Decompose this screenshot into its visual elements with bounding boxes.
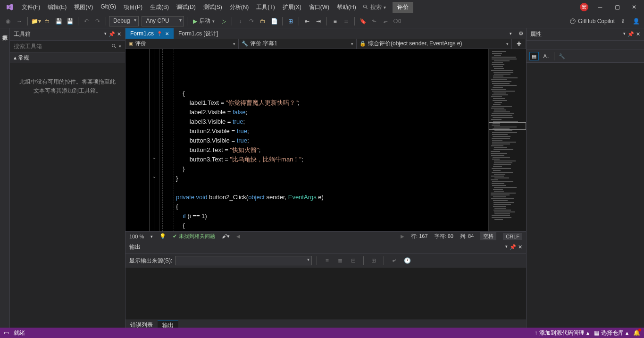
browse-button[interactable]: 🗀	[258, 16, 268, 26]
pin-icon[interactable]: 📍	[157, 31, 162, 36]
properties-icon[interactable]: 🔧	[557, 52, 567, 60]
nav-forward-button[interactable]: →	[14, 16, 25, 26]
menu-项目P[interactable]: 项目(P)	[120, 1, 146, 13]
menu-工具T[interactable]: 工具(T)	[252, 1, 278, 13]
indent-left-icon[interactable]: ⇤	[302, 16, 312, 26]
datasource-tab[interactable]: 数据源	[0, 28, 10, 330]
menu-窗口W[interactable]: 窗口(W)	[305, 1, 333, 13]
insert-mode[interactable]: 空格	[480, 232, 496, 240]
alphabetical-button[interactable]: A↓	[542, 52, 551, 60]
bookmark-clear-icon[interactable]: ⌫	[392, 16, 402, 26]
categorized-button[interactable]: ▦	[529, 52, 539, 60]
menu-调试D[interactable]: 调试(D)	[173, 1, 200, 13]
line-indicator[interactable]: 行: 167	[411, 233, 427, 240]
menu-帮助H[interactable]: 帮助(H)	[333, 1, 360, 13]
line-ending[interactable]: CRLF	[503, 233, 522, 240]
no-issues-status[interactable]: ✔未找到相关问题	[173, 233, 215, 240]
open-button[interactable]: 🗀	[42, 16, 52, 26]
share-button[interactable]: ⇪	[618, 16, 628, 26]
settings-gear-icon[interactable]: ⚙	[516, 28, 526, 39]
indent2-icon[interactable]: ≣	[335, 255, 345, 266]
close-icon[interactable]: ✕	[117, 31, 121, 37]
nav-back-button[interactable]: ◉	[3, 16, 13, 26]
lightbulb-icon[interactable]: 💡	[159, 233, 166, 239]
comment-out-icon[interactable]: ≡	[330, 16, 340, 26]
notifications-icon[interactable]: 🔔	[633, 330, 640, 336]
search-box[interactable]: 搜索 ▾	[360, 2, 389, 12]
redo-button[interactable]: ↷	[92, 16, 103, 26]
menu-视图V[interactable]: 视图(V)	[70, 1, 97, 13]
step-into-icon[interactable]: ↓	[235, 16, 245, 26]
toolbox-search-input[interactable]	[12, 42, 111, 51]
close-button[interactable]: ✕	[626, 2, 642, 12]
output-text-area[interactable]	[125, 268, 526, 320]
save-all-button[interactable]: 💾	[65, 16, 75, 26]
timestamp-icon[interactable]: 🕐	[402, 255, 412, 266]
user-badge[interactable]: 宏	[580, 3, 588, 11]
fold-toggle[interactable]: ⌄	[152, 155, 156, 160]
bookmark-next-icon[interactable]: ⬐	[380, 16, 391, 26]
start-debug-button[interactable]: ▶ 启动 ▾	[190, 16, 217, 26]
nav-method[interactable]: 🔒 综合评价(object sender, EventArgs e) ▾	[357, 39, 512, 49]
menu-扩展X[interactable]: 扩展(X)	[279, 1, 305, 13]
minimap-viewport[interactable]	[489, 122, 526, 130]
zoom-level[interactable]: 100 %	[129, 234, 144, 239]
tab-overflow-icon[interactable]: ▾	[505, 28, 516, 39]
code-body[interactable]: { label1.Text = "你觉得曹魔人更新快吗？"; label2.Vi…	[159, 49, 488, 231]
indent3-icon[interactable]: ⊟	[348, 255, 359, 266]
start-without-debug-button[interactable]: ▷	[218, 16, 229, 26]
output-source-combo[interactable]	[175, 256, 312, 265]
close-icon[interactable]: ✕	[518, 244, 522, 250]
char-indicator[interactable]: 字符: 60	[435, 233, 453, 240]
nav-project[interactable]: ▣ 评价 ▾	[125, 39, 239, 49]
close-tab-icon[interactable]: ✕	[165, 31, 169, 36]
github-copilot-button[interactable]: GitHub Copilot	[569, 18, 615, 25]
nav-class[interactable]: 🔧 评价.字幕1 ▾	[239, 39, 357, 49]
file-button[interactable]: 📄	[269, 16, 279, 26]
evaluate-button[interactable]: 评价	[393, 2, 413, 13]
indent-icon[interactable]: ≡	[322, 255, 332, 266]
add-to-source-control[interactable]: ↑ 添加到源代码管理 ▴	[535, 329, 589, 337]
split-editor-icon[interactable]: ✚	[512, 39, 526, 49]
close-icon[interactable]: ✕	[636, 31, 640, 37]
menu-文件F[interactable]: 文件(F)	[18, 1, 44, 13]
step-over-icon[interactable]: ↷	[246, 16, 257, 26]
menu-GitG[interactable]: Git(G)	[97, 1, 120, 13]
output-window-icon[interactable]: ▭	[4, 330, 9, 336]
doc-tab[interactable]: Form1.cs📍✕	[125, 28, 174, 39]
comment-button[interactable]: ⊞	[285, 16, 296, 26]
config-combo[interactable]: Debug	[109, 16, 139, 26]
pin-icon[interactable]: 📌	[627, 31, 634, 37]
search-icon[interactable]	[111, 43, 119, 49]
uncomment-icon[interactable]: ≣	[341, 16, 351, 26]
account-button[interactable]: 👤	[631, 16, 641, 26]
brush-icon[interactable]: 🖌▾	[222, 233, 230, 239]
save-button[interactable]: 💾	[53, 16, 64, 26]
col-indicator[interactable]: 列: 84	[460, 233, 474, 240]
platform-combo[interactable]: Any CPU	[142, 16, 184, 26]
new-project-button[interactable]: 📁▾	[31, 16, 41, 26]
chevron-down-icon[interactable]: ▾	[104, 31, 107, 37]
toolbox-group-general[interactable]: ▴ 常规	[10, 52, 125, 63]
minimap[interactable]	[488, 49, 526, 231]
doc-tab[interactable]: Form1.cs [设计]	[174, 28, 223, 39]
bookmark-prev-icon[interactable]: ⬑	[369, 16, 379, 26]
menu-编辑E[interactable]: 编辑(E)	[44, 1, 70, 13]
minimize-button[interactable]: ─	[592, 2, 608, 12]
bookmark-icon[interactable]: 🔖	[358, 16, 368, 26]
menu-测试S[interactable]: 测试(S)	[200, 1, 226, 13]
menu-分析N[interactable]: 分析(N)	[226, 1, 253, 13]
code-editor[interactable]: ⌄⌄ { label1.Text = "你觉得曹魔人更新快吗？"; label2…	[125, 49, 526, 231]
indent-right-icon[interactable]: ⇥	[313, 16, 324, 26]
chevron-down-icon[interactable]: ▾	[505, 244, 508, 250]
pin-icon[interactable]: 📌	[510, 244, 516, 250]
fold-toggle[interactable]: ⌄	[152, 174, 156, 179]
undo-button[interactable]: ↶	[81, 16, 92, 26]
clear-icon[interactable]: ⊞	[368, 255, 379, 266]
wrap-icon[interactable]: ⤶	[389, 255, 399, 266]
pin-icon[interactable]: 📌	[109, 31, 115, 37]
maximize-button[interactable]: ▢	[609, 2, 625, 12]
menu-生成B[interactable]: 生成(B)	[146, 1, 173, 13]
chevron-down-icon[interactable]: ▾	[623, 31, 626, 37]
select-repo[interactable]: ▦ 选择仓库 ▴	[594, 329, 628, 337]
